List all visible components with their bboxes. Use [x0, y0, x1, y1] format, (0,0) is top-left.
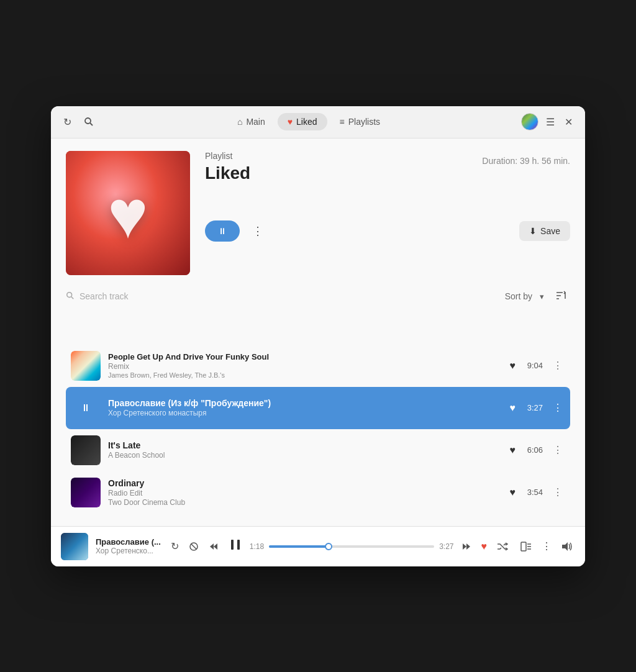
player-track-name: Православие (...	[96, 537, 161, 547]
playlist-more-button[interactable]: ⋮	[247, 222, 268, 240]
search-sort-bar: Sort by ▾	[66, 288, 570, 306]
next-button[interactable]	[459, 539, 474, 554]
close-button[interactable]: ✕	[562, 114, 575, 130]
track-item[interactable]: Thunder Imagine Dragons ♥ 3:07 ⋮	[66, 313, 570, 345]
track-duration: 6:06	[523, 445, 543, 455]
top-bar: ↻ ⌂ Main ♥ Liked ≡ Playlists	[51, 106, 585, 138]
track-pause-button[interactable]: ⏸	[71, 393, 101, 423]
search-button[interactable]	[81, 114, 96, 129]
like-icon[interactable]: ♥	[510, 402, 516, 414]
track-more-button[interactable]: ⋮	[550, 401, 565, 415]
menu-button[interactable]: ☰	[543, 114, 557, 130]
progress-handle[interactable]	[325, 543, 332, 550]
svg-marker-15	[463, 543, 466, 550]
playlist-play-button[interactable]: ⏸	[205, 220, 240, 242]
play-pause-icon: ⏸	[218, 226, 227, 236]
playlist-header: ♥ Playlist Liked Duration: 39 h. 56 min.…	[66, 151, 570, 275]
track-subtitle: Radio Edit	[108, 489, 502, 497]
track-info: People Get Up And Drive Your Funky Soul …	[108, 352, 502, 379]
avatar[interactable]	[521, 113, 538, 130]
home-icon: ⌂	[237, 117, 242, 127]
track-more-button[interactable]: ⋮	[550, 443, 565, 457]
tab-liked-label: Liked	[296, 117, 317, 127]
track-thumbnail	[71, 435, 101, 465]
save-label: Save	[540, 226, 560, 236]
progress-fill	[269, 545, 329, 548]
tab-main-label: Main	[246, 117, 265, 127]
tab-liked[interactable]: ♥ Liked	[278, 113, 327, 130]
sort-order-button[interactable]	[552, 288, 570, 306]
track-thumbnail	[71, 351, 101, 381]
refresh-button[interactable]: ↻	[61, 114, 74, 130]
svg-marker-20	[562, 542, 568, 551]
track-name: Православие (Из к/ф "Пробуждение")	[108, 398, 502, 408]
player-thumbnail	[61, 533, 88, 560]
svg-rect-13	[237, 540, 240, 550]
track-info: Православие (Из к/ф "Пробуждение") Хор С…	[108, 398, 502, 417]
save-button[interactable]: ⬇ Save	[519, 221, 570, 241]
track-subtitle: Remix	[108, 362, 502, 371]
player-bar: Православие (... Хор Сретенско... ↻	[51, 526, 585, 566]
player-play-button[interactable]	[226, 535, 245, 557]
current-time: 1:18	[250, 542, 264, 551]
playlist-text: Playlist Liked	[205, 151, 250, 183]
sort-dropdown-button[interactable]: ▾	[536, 289, 548, 304]
heart-tab-icon: ♥	[288, 117, 293, 127]
track-more-button[interactable]: ⋮	[550, 485, 565, 499]
main-content: ♥ Playlist Liked Duration: 39 h. 56 min.…	[51, 138, 585, 526]
player-track-artist: Хор Сретенско...	[96, 547, 161, 555]
player-controls: ↻ 1:18	[168, 535, 511, 557]
track-name: It's Late	[108, 440, 502, 450]
track-item-active[interactable]: ⏸ Православие (Из к/ф "Пробуждение") Хор…	[66, 387, 570, 429]
playlist-view-button[interactable]	[518, 539, 534, 554]
track-item[interactable]: Ordinary Radio Edit Two Door Cinema Club…	[66, 471, 570, 514]
track-more-button[interactable]: ⋮	[550, 358, 565, 373]
track-actions: ♥ 6:06 ⋮	[510, 443, 566, 457]
playlist-cover-inner: ♥	[66, 151, 190, 275]
like-icon[interactable]: ♥	[510, 445, 516, 456]
shuffle-button[interactable]	[494, 539, 511, 554]
volume-button[interactable]	[559, 539, 575, 554]
sort-by-label: Sort by	[505, 291, 532, 301]
top-bar-left: ↻	[61, 114, 96, 130]
track-artist: James Brown, Fred Wesley, The J.B.'s	[108, 371, 502, 379]
heart-button[interactable]: ♥	[479, 538, 490, 555]
track-name: Ordinary	[108, 478, 502, 488]
heart-shape-icon: ♥	[107, 180, 148, 248]
track-artist: A Beacon School	[108, 451, 502, 460]
svg-rect-12	[231, 540, 234, 550]
playlist-actions: ⏸ ⋮ ⬇ Save	[205, 220, 570, 242]
track-item[interactable]: It's Late A Beacon School ♥ 6:06 ⋮	[66, 429, 570, 471]
track-item[interactable]: People Get Up And Drive Your Funky Soul …	[66, 345, 570, 387]
tab-main[interactable]: ⌂ Main	[227, 113, 275, 130]
total-time: 3:27	[439, 542, 453, 551]
track-actions: ♥ 3:54 ⋮	[510, 485, 566, 499]
tab-playlists[interactable]: ≡ Playlists	[330, 113, 391, 130]
playlist-cover: ♥	[66, 151, 190, 275]
like-icon[interactable]: ♥	[510, 360, 516, 371]
track-actions: ♥ 9:04 ⋮	[510, 358, 566, 373]
track-info: It's Late A Beacon School	[108, 440, 502, 460]
svg-marker-11	[214, 543, 217, 550]
track-duration: 3:54	[523, 488, 543, 497]
track-duration: 9:04	[523, 361, 543, 370]
player-more-button[interactable]: ⋮	[539, 538, 554, 555]
svg-point-2	[67, 292, 72, 297]
search-input[interactable]	[80, 291, 505, 301]
repeat-button[interactable]: ↻	[168, 538, 181, 555]
search-container	[66, 291, 505, 302]
tab-playlists-label: Playlists	[348, 117, 380, 127]
prev-button[interactable]	[206, 539, 221, 554]
like-icon[interactable]: ♥	[510, 487, 516, 498]
sort-container: Sort by ▾	[505, 288, 570, 306]
playlist-title-row: Playlist Liked Duration: 39 h. 56 min.	[205, 151, 570, 183]
svg-line-9	[191, 543, 196, 549]
track-thumbnail	[71, 478, 101, 507]
track-artist: Хор Сретенского монастыря	[108, 409, 502, 417]
progress-bar[interactable]	[269, 545, 434, 548]
svg-marker-14	[466, 543, 470, 550]
svg-marker-10	[210, 543, 214, 550]
playlist-duration: Duration: 39 h. 56 min.	[482, 151, 570, 166]
block-button[interactable]	[186, 539, 201, 554]
track-info: Ordinary Radio Edit Two Door Cinema Club	[108, 478, 502, 507]
